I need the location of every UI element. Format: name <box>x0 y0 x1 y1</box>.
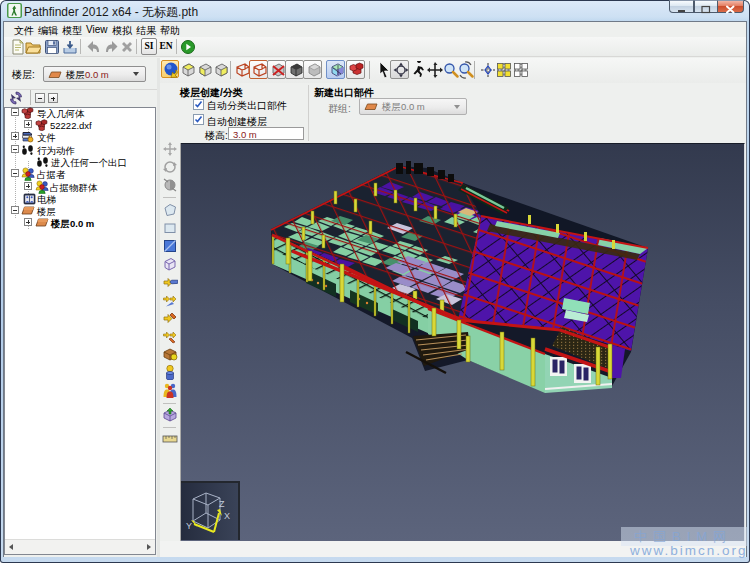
svg-text:X: X <box>224 511 230 521</box>
svg-text:Z: Z <box>219 499 225 509</box>
svg-text:Y: Y <box>186 521 192 531</box>
